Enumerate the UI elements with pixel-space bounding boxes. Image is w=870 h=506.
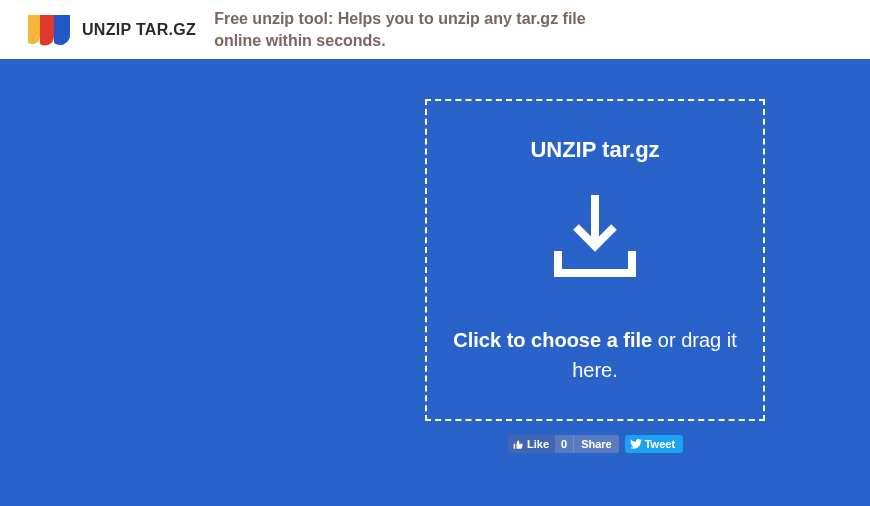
logo-icon [26, 13, 74, 47]
tagline: Free unzip tool: Helps you to unzip any … [214, 8, 594, 51]
facebook-like-label: Like [527, 438, 549, 450]
hero: UNZIP tar.gz Click to choose a file or d… [0, 59, 870, 506]
file-dropzone[interactable]: UNZIP tar.gz Click to choose a file or d… [425, 99, 765, 421]
thumbs-up-icon [513, 439, 524, 450]
facebook-share-button[interactable]: Share [573, 435, 619, 453]
twitter-tweet-button[interactable]: Tweet [625, 435, 683, 453]
dropzone-cta-bold: Click to choose a file [453, 329, 652, 351]
twitter-icon [630, 439, 642, 449]
facebook-like-button[interactable]: Like [508, 435, 555, 453]
logo[interactable]: UNZIP TAR.GZ [26, 13, 196, 47]
social-buttons: Like 0 Share Tweet [508, 435, 683, 453]
dropzone-instruction: Click to choose a file or drag it here. [447, 325, 743, 385]
twitter-tweet-label: Tweet [645, 438, 675, 450]
dropzone-title: UNZIP tar.gz [530, 137, 659, 163]
header: UNZIP TAR.GZ Free unzip tool: Helps you … [0, 0, 870, 59]
brand-name: UNZIP TAR.GZ [82, 21, 196, 39]
facebook-group: Like 0 Share [508, 435, 619, 453]
download-icon [548, 191, 642, 283]
facebook-like-count: 0 [555, 435, 573, 453]
